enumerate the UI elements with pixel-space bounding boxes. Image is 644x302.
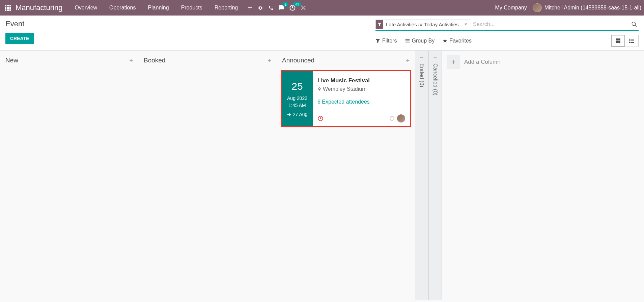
close-icon[interactable]	[301, 5, 306, 10]
search-icon[interactable]	[630, 21, 639, 27]
messages-icon[interactable]: 5	[278, 5, 284, 11]
card-end-date: 27 Aug	[293, 112, 308, 117]
quick-create-icon[interactable]: +	[406, 57, 410, 64]
facet-or: or	[418, 22, 423, 27]
svg-rect-2	[616, 38, 618, 40]
app-brand[interactable]: Manufacturing	[16, 3, 62, 12]
plus-icon[interactable]	[247, 5, 253, 10]
company-selector[interactable]: My Company	[495, 5, 527, 11]
search-input[interactable]	[470, 21, 630, 28]
column-title[interactable]: Booked	[144, 57, 165, 64]
kanban-column-booked: Booked +	[138, 51, 277, 300]
svg-rect-7	[631, 39, 634, 39]
breadcrumb: Event	[5, 20, 34, 28]
menu-products[interactable]: Products	[175, 0, 208, 16]
menu-operations[interactable]: Operations	[103, 0, 142, 16]
card-date-panel: 25 Aug 2022 1:45 AM ➔ 27 Aug	[282, 71, 313, 126]
menu-overview[interactable]: Overview	[68, 0, 103, 16]
search-bar: Late Activities or Today Activities ×	[375, 20, 639, 31]
folded-title: Ended (0)	[419, 63, 425, 87]
search-facet: Late Activities or Today Activities ×	[375, 20, 470, 29]
view-switcher	[611, 35, 639, 47]
unfold-icon: ↔	[419, 55, 424, 60]
arrow-right-icon: ➔	[287, 112, 291, 117]
svg-rect-3	[618, 38, 620, 40]
svg-point-6	[629, 39, 630, 40]
priority-icon[interactable]	[390, 116, 394, 121]
top-navbar: Manufacturing Overview Operations Planni…	[0, 0, 644, 16]
overdue-clock-icon[interactable]	[317, 115, 324, 121]
event-card[interactable]: 25 Aug 2022 1:45 AM ➔ 27 Aug Live Music …	[281, 70, 411, 127]
location-pin-icon	[317, 86, 321, 92]
add-column-section: + Add a Column	[442, 51, 505, 300]
filter-icon	[376, 20, 383, 29]
column-title[interactable]: Announced	[282, 57, 314, 64]
card-attendees[interactable]: 6 Expected attendees	[317, 99, 405, 105]
column-title[interactable]: New	[5, 57, 18, 64]
facet-part-2: Today Activities	[424, 22, 459, 27]
kanban-column-new: New +	[0, 51, 138, 300]
activities-icon[interactable]: 32	[289, 4, 296, 11]
bug-icon[interactable]	[257, 5, 263, 11]
kanban-column-announced: Announced + 25 Aug 2022 1:45 AM ➔ 27 Aug…	[277, 51, 415, 300]
kanban-column-cancelled-folded[interactable]: ↔ Cancelled (0)	[428, 51, 442, 300]
menu-reporting[interactable]: Reporting	[208, 0, 244, 16]
kanban-column-ended-folded[interactable]: ↔ Ended (0)	[415, 51, 428, 300]
kanban-board: New + Booked + Announced + 25 Aug 2022 1…	[0, 51, 644, 300]
filters-button[interactable]: Filters	[375, 38, 397, 44]
add-column-button[interactable]: +	[447, 55, 460, 69]
messages-badge: 5	[282, 2, 288, 7]
user-menu[interactable]: Mitchell Admin (14589858-saas-15-1-all)	[533, 3, 641, 12]
activities-badge: 32	[293, 2, 301, 6]
unfold-icon: ↔	[433, 55, 438, 60]
card-day: 25	[291, 81, 303, 92]
card-monthyear: Aug 2022	[287, 95, 307, 102]
user-name: Mitchell Admin (14589858-saas-15-1-all)	[544, 5, 641, 11]
main-menu: Overview Operations Planning Products Re…	[68, 0, 244, 16]
add-column-label[interactable]: Add a Column	[464, 55, 501, 69]
svg-rect-9	[631, 40, 634, 41]
svg-point-1	[632, 22, 636, 26]
svg-rect-11	[631, 42, 634, 43]
facet-part-1: Late Activities	[386, 22, 417, 27]
list-view-button[interactable]	[625, 35, 638, 47]
facet-remove-icon[interactable]: ×	[461, 21, 470, 27]
card-title: Live Music Festival	[317, 77, 405, 84]
control-panel: Event CREATE Late Activities or Today Ac…	[0, 16, 644, 51]
card-location: Wembley Stadium	[323, 86, 367, 92]
svg-point-10	[629, 42, 630, 43]
apps-icon[interactable]	[3, 5, 13, 11]
groupby-button[interactable]: Group By	[405, 38, 435, 44]
create-button[interactable]: CREATE	[5, 33, 34, 44]
card-time: 1:45 AM	[287, 102, 307, 109]
svg-point-8	[629, 40, 630, 42]
assignee-avatar-icon[interactable]	[397, 114, 405, 122]
svg-rect-5	[618, 41, 620, 43]
phone-icon[interactable]	[268, 5, 274, 10]
svg-rect-4	[616, 41, 618, 43]
quick-create-icon[interactable]: +	[129, 57, 133, 64]
folded-title: Cancelled (0)	[432, 63, 438, 95]
quick-create-icon[interactable]: +	[268, 57, 271, 64]
menu-planning[interactable]: Planning	[142, 0, 175, 16]
user-avatar-icon	[533, 3, 542, 12]
favorites-button[interactable]: Favorites	[443, 38, 472, 44]
kanban-view-button[interactable]	[611, 35, 625, 47]
